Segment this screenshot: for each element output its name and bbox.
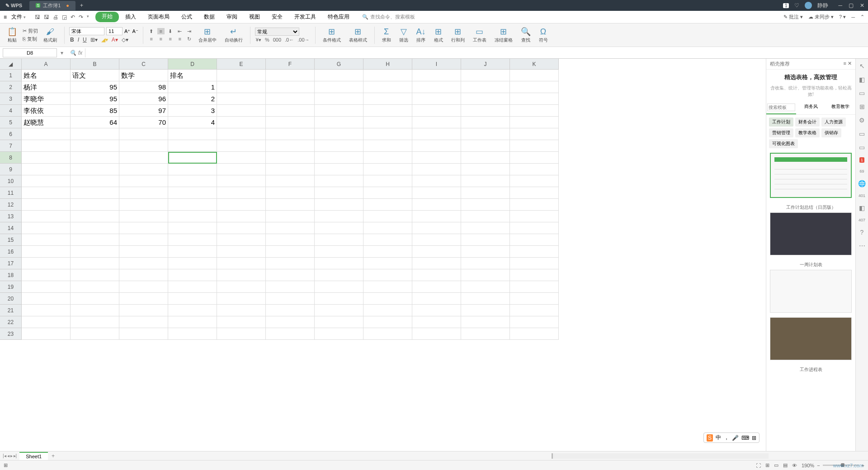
- sum-button[interactable]: Σ求和: [379, 26, 394, 44]
- row-header-7[interactable]: 7: [0, 140, 22, 152]
- currency-icon[interactable]: ¥▾: [255, 37, 262, 43]
- cell-A2[interactable]: 杨洋: [22, 81, 71, 93]
- cell-B13[interactable]: [71, 211, 119, 222]
- cell-D10[interactable]: [168, 175, 217, 187]
- cell-G22[interactable]: [315, 316, 363, 328]
- cell-A10[interactable]: [22, 175, 71, 187]
- cell-C18[interactable]: [119, 269, 168, 281]
- cell-G5[interactable]: [315, 117, 363, 128]
- template-item[interactable]: 工作进程表: [770, 365, 852, 375]
- cell-H8[interactable]: [363, 152, 412, 164]
- cell-I8[interactable]: [412, 152, 461, 164]
- cell-A12[interactable]: [22, 199, 71, 211]
- cell-A15[interactable]: [22, 234, 71, 246]
- cell-C1[interactable]: 数学: [119, 70, 168, 81]
- cell-J5[interactable]: [461, 117, 510, 128]
- merge-button[interactable]: ⊞合并居中: [196, 26, 219, 44]
- increase-font-icon[interactable]: A⁺: [124, 28, 130, 34]
- cell-F12[interactable]: [266, 199, 315, 211]
- cell-E2[interactable]: [217, 81, 266, 93]
- tab-review[interactable]: 审阅: [221, 12, 243, 22]
- cell-E23[interactable]: [217, 328, 266, 340]
- cell-F5[interactable]: [266, 117, 315, 128]
- tools-icon[interactable]: ⊞: [859, 103, 865, 110]
- cell-D3[interactable]: 2: [168, 93, 217, 105]
- cell-A16[interactable]: [22, 246, 71, 258]
- cell-H15[interactable]: [363, 234, 412, 246]
- last-sheet-icon[interactable]: ▸|: [14, 453, 17, 458]
- cell-C15[interactable]: [119, 234, 168, 246]
- cell-E8[interactable]: [217, 152, 266, 164]
- decimal-decr-icon[interactable]: .00→: [297, 37, 310, 42]
- chip-viz[interactable]: 可视化图表: [769, 139, 798, 148]
- bold-button[interactable]: B: [69, 37, 75, 43]
- format-button[interactable]: ⊞格式: [431, 26, 446, 44]
- col-header-A[interactable]: A: [22, 59, 71, 70]
- cell-G12[interactable]: [315, 199, 363, 211]
- cell-K17[interactable]: [510, 258, 559, 269]
- fill-color-button[interactable]: ◢▾: [100, 37, 109, 43]
- cell-K1[interactable]: [510, 70, 559, 81]
- more-icon[interactable]: ⋯: [859, 242, 865, 249]
- cell-F13[interactable]: [266, 211, 315, 222]
- cell-I17[interactable]: [412, 258, 461, 269]
- cell-E5[interactable]: [217, 117, 266, 128]
- decimal-incr-icon[interactable]: .0←: [284, 37, 295, 42]
- cell-G10[interactable]: [315, 175, 363, 187]
- cell-I10[interactable]: [412, 175, 461, 187]
- cell-H18[interactable]: [363, 269, 412, 281]
- cell-F23[interactable]: [266, 328, 315, 340]
- cell-F7[interactable]: [266, 140, 315, 152]
- cell-H5[interactable]: [363, 117, 412, 128]
- row-header-1[interactable]: 1: [0, 70, 22, 81]
- cell-I9[interactable]: [412, 164, 461, 175]
- cell-J11[interactable]: [461, 187, 510, 199]
- name-box[interactable]: [3, 48, 57, 57]
- qat-dropdown[interactable]: ▾: [87, 14, 89, 20]
- row-header-18[interactable]: 18: [0, 269, 22, 281]
- cell-F21[interactable]: [266, 305, 315, 316]
- select-all-corner[interactable]: ◢: [0, 59, 22, 70]
- align-center-icon[interactable]: ≡: [157, 36, 165, 42]
- formula-input[interactable]: [85, 48, 868, 57]
- row-header-21[interactable]: 21: [0, 305, 22, 316]
- row-header-4[interactable]: 4: [0, 105, 22, 117]
- cell-F15[interactable]: [266, 234, 315, 246]
- cell-J21[interactable]: [461, 305, 510, 316]
- row-header-14[interactable]: 14: [0, 222, 22, 234]
- maximize-button[interactable]: ▢: [849, 2, 854, 9]
- row-header-12[interactable]: 12: [0, 199, 22, 211]
- cell-H14[interactable]: [363, 222, 412, 234]
- tab-apps[interactable]: 特色应用: [322, 12, 355, 22]
- cell-A22[interactable]: [22, 316, 71, 328]
- cell-B20[interactable]: [71, 293, 119, 305]
- cell-F19[interactable]: [266, 281, 315, 293]
- cell-I15[interactable]: [412, 234, 461, 246]
- cell-E22[interactable]: [217, 316, 266, 328]
- col-header-E[interactable]: E: [217, 59, 266, 70]
- cell-C10[interactable]: [119, 175, 168, 187]
- cell-C5[interactable]: 70: [119, 117, 168, 128]
- cell-K15[interactable]: [510, 234, 559, 246]
- undo-icon[interactable]: ↶: [71, 14, 75, 20]
- align-bottom-icon[interactable]: ⬇: [167, 28, 174, 34]
- col-header-C[interactable]: C: [119, 59, 168, 70]
- cell-I1[interactable]: [412, 70, 461, 81]
- cell-G18[interactable]: [315, 269, 363, 281]
- cell-C23[interactable]: [119, 328, 168, 340]
- cell-J19[interactable]: [461, 281, 510, 293]
- row-header-15[interactable]: 15: [0, 234, 22, 246]
- cell-G4[interactable]: [315, 105, 363, 117]
- cell-G2[interactable]: [315, 81, 363, 93]
- cell-G21[interactable]: [315, 305, 363, 316]
- worksheet-button[interactable]: ▭工作表: [470, 26, 489, 44]
- cell-G16[interactable]: [315, 246, 363, 258]
- cell-C16[interactable]: [119, 246, 168, 258]
- cell-A3[interactable]: 李晓华: [22, 93, 71, 105]
- cell-H21[interactable]: [363, 305, 412, 316]
- tab-security[interactable]: 安全: [266, 12, 288, 22]
- sort-button[interactable]: A↓排序: [414, 26, 429, 44]
- panel-tab-search[interactable]: [766, 101, 796, 114]
- style-icon[interactable]: ◧: [859, 76, 865, 83]
- cell-A21[interactable]: [22, 305, 71, 316]
